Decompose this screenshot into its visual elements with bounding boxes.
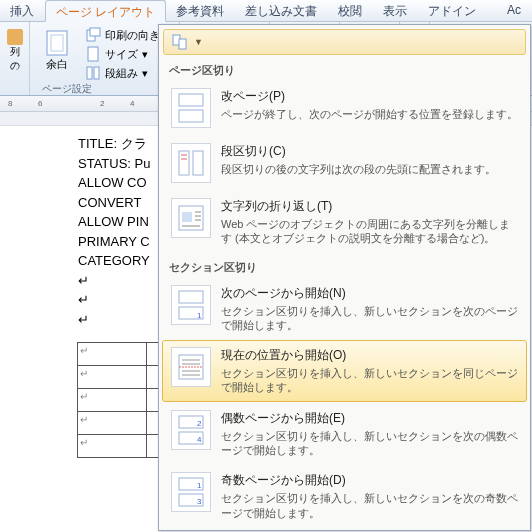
breaks-icon: [172, 34, 188, 50]
item-even-page[interactable]: 24 偶数ページから開始(E)セクション区切りを挿入し、新しいセクションを次の偶…: [162, 403, 527, 465]
item-title: 文字列の折り返し(T): [221, 198, 518, 215]
continuous-icon: [171, 347, 211, 387]
tab-insert[interactable]: 挿入: [0, 0, 45, 21]
next-page-icon: 1: [171, 285, 211, 325]
tab-view[interactable]: 表示: [373, 0, 418, 21]
table-cell[interactable]: ↵: [77, 388, 147, 412]
chevron-down-icon: ▾: [142, 48, 148, 61]
table-cell[interactable]: ↵: [77, 365, 147, 389]
table-cell[interactable]: ↵: [77, 411, 147, 435]
item-title: 奇数ページから開始(D): [221, 472, 518, 489]
svg-rect-12: [179, 94, 203, 106]
svg-text:4: 4: [197, 435, 202, 444]
breaks-button[interactable]: ▼: [163, 29, 526, 55]
margins-label: 余白: [46, 57, 68, 72]
tab-acc[interactable]: Ac: [497, 0, 532, 21]
ribbon-tabs: 挿入 ページ レイアウト 参考資料 差し込み文書 校閲 表示 アドイン Ac: [0, 0, 532, 22]
svg-rect-18: [179, 291, 203, 303]
svg-text:3: 3: [197, 497, 202, 506]
size-icon: [85, 46, 101, 62]
item-next-page[interactable]: 1 次のページから開始(N)セクション区切りを挿入し、新しいセクションを次のペー…: [162, 278, 527, 340]
item-text-wrap[interactable]: 文字列の折り返し(T)Web ページのオブジェクトの周囲にある文字列を分離します…: [162, 191, 527, 253]
item-desc: セクション区切りを挿入し、新しいセクションを次の奇数ページで開始します。: [221, 491, 518, 520]
item-page-break[interactable]: 改ページ(P)ページが終了し、次のページが開始する位置を登録します。: [162, 81, 527, 135]
svg-rect-11: [179, 39, 186, 49]
table-cell[interactable]: ↵: [77, 434, 147, 458]
svg-text:1: 1: [197, 481, 202, 490]
text-wrap-icon: [171, 198, 211, 238]
item-desc: ページが終了し、次のページが開始する位置を登録します。: [221, 107, 518, 121]
svg-rect-13: [179, 110, 203, 122]
orientation-icon: [85, 27, 101, 43]
item-odd-page[interactable]: 13 奇数ページから開始(D)セクション区切りを挿入し、新しいセクションを次の奇…: [162, 465, 527, 527]
svg-rect-4: [88, 47, 98, 61]
item-desc: セクション区切りを挿入し、新しいセクションを次のページで開始します。: [221, 304, 518, 333]
item-title: 偶数ページから開始(E): [221, 410, 518, 427]
tab-addin[interactable]: アドイン: [418, 0, 487, 21]
page-setup-label: ページ設定: [42, 82, 92, 96]
size-label: サイズ: [105, 47, 138, 62]
svg-rect-15: [193, 151, 203, 175]
margins-icon: [43, 29, 71, 57]
item-title: 次のページから開始(N): [221, 285, 518, 302]
tab-mailmerge[interactable]: 差し込み文書: [235, 0, 328, 21]
odd-page-icon: 13: [171, 472, 211, 512]
ruler-num: 6: [38, 99, 42, 108]
even-page-icon: 24: [171, 410, 211, 450]
orientation-label: 印刷の向き: [105, 28, 160, 43]
ruler-num: 2: [100, 99, 104, 108]
themes-label: 列の: [10, 45, 20, 73]
item-column-break[interactable]: 段区切り(C)段区切りの後の文字列は次の段の先頭に配置されます。: [162, 136, 527, 190]
item-desc: セクション区切りを挿入し、新しいセクションを次の偶数ページで開始します。: [221, 429, 518, 458]
theme-icon: [7, 29, 23, 45]
tab-page-layout[interactable]: ページ レイアウト: [45, 0, 166, 22]
item-desc: Web ページのオブジェクトの周囲にある文字列を分離します (本文とオブジェクト…: [221, 217, 518, 246]
columns-icon: [85, 65, 101, 81]
chevron-down-icon: ▾: [142, 67, 148, 80]
tab-reference[interactable]: 参考資料: [166, 0, 235, 21]
columns-label: 段組み: [105, 66, 138, 81]
svg-rect-17: [182, 212, 192, 222]
chevron-down-icon: ▼: [194, 37, 203, 47]
themes-button[interactable]: 列の: [6, 26, 23, 76]
section-section-breaks: セクション区切り: [161, 254, 528, 277]
tab-review[interactable]: 校閲: [328, 0, 373, 21]
item-title: 現在の位置から開始(O): [221, 347, 518, 364]
section-page-breaks: ページ区切り: [161, 57, 528, 80]
svg-rect-6: [94, 67, 99, 79]
svg-text:2: 2: [197, 419, 202, 428]
ruler-num: 8: [8, 99, 12, 108]
svg-rect-3: [90, 28, 100, 36]
column-break-icon: [171, 143, 211, 183]
page-break-icon: [171, 88, 211, 128]
svg-rect-5: [87, 67, 92, 79]
item-desc: セクション区切りを挿入し、新しいセクションを同じページで開始します。: [221, 366, 518, 395]
table-cell[interactable]: ↵: [77, 342, 147, 366]
item-title: 段区切り(C): [221, 143, 518, 160]
svg-text:1: 1: [197, 311, 202, 320]
item-title: 改ページ(P): [221, 88, 518, 105]
breaks-dropdown-menu: ▼ ページ区切り 改ページ(P)ページが終了し、次のページが開始する位置を登録し…: [158, 24, 531, 531]
item-desc: 段区切りの後の文字列は次の段の先頭に配置されます。: [221, 162, 518, 176]
ruler-num: 4: [130, 99, 134, 108]
item-continuous[interactable]: 現在の位置から開始(O)セクション区切りを挿入し、新しいセクションを同じページで…: [162, 340, 527, 402]
